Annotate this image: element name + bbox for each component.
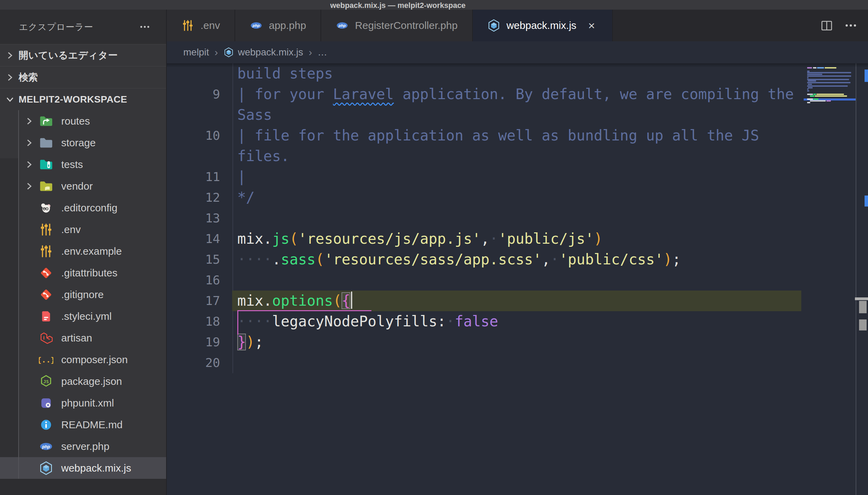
line-number: 16 [167, 270, 220, 291]
sidebar-section-collapsed[interactable]: 検索 [0, 66, 166, 88]
tree-item-label: .styleci.yml [61, 310, 112, 322]
tab-RegisterController.php[interactable]: phpRegisterController.php [321, 10, 473, 41]
sidebar-section-collapsed[interactable]: 開いているエディター [0, 44, 166, 66]
breadcrumb-item-webpack.mix.js[interactable]: webpack.mix.js [224, 47, 303, 58]
tree-item-package.json[interactable]: JSpackage.json [0, 370, 166, 392]
readme-icon [39, 418, 53, 432]
tree-item-artisan[interactable]: artisan [0, 327, 166, 349]
code-line-14[interactable]: 14mix.js('resources/js/app.js',·'public/… [167, 229, 804, 249]
sidebar-section-label: MELPIT2-WORKSPACE [19, 94, 127, 105]
code-line-16[interactable]: 16 [167, 270, 804, 291]
code-text: Sass [237, 105, 272, 125]
code-line-13[interactable]: 13 [167, 208, 804, 229]
code-line-17[interactable]: 17mix.options({ [167, 291, 804, 311]
minimap-code-line [807, 82, 850, 83]
tree-item-label: phpunit.xml [61, 397, 114, 409]
folder-storage-icon [39, 136, 53, 150]
explorer-sidebar: エクスプローラー 開いているエディター検索MELPIT2-WORKSPACE r… [0, 10, 167, 495]
tree-item-composer.json[interactable]: {..}composer.json [0, 349, 166, 370]
tree-item-webpack.mix.js[interactable]: webpack.mix.js [0, 457, 166, 479]
tab-webpack.mix.js[interactable]: webpack.mix.js× [473, 10, 613, 41]
overview-ruler[interactable] [856, 63, 868, 495]
tree-item-tests[interactable]: tests [0, 154, 166, 175]
tree-item-label: server.php [61, 441, 109, 452]
code-line-18[interactable]: 18····legacyNodePolyfills:·false [167, 311, 804, 332]
tree-item-label: .gitignore [61, 289, 104, 301]
ruler-mark-selection [859, 319, 867, 330]
code-line-11[interactable]: 11| [167, 167, 804, 187]
tree-item-.editorconfig[interactable]: .editorconfig [0, 197, 166, 219]
tree-item-phpunit.xml[interactable]: phpunit.xml [0, 392, 166, 414]
chevron-down-icon [5, 94, 15, 105]
explorer-title: エクスプローラー [19, 21, 137, 33]
code-text: ····legacyNodePolyfills:·false [237, 311, 498, 332]
tree-item-.env.example[interactable]: .env.example [0, 240, 166, 262]
code-line-wrap[interactable]: Sass [167, 105, 804, 125]
code-text: ····.sass('resources/sass/app.scss',·'pu… [237, 249, 681, 270]
tree-item-routes[interactable]: routes [0, 110, 166, 132]
composer-icon: {..} [39, 352, 53, 367]
line-number: 13 [167, 208, 220, 229]
tree-item-.gitignore[interactable]: .gitignore [0, 284, 166, 305]
window-titlebar: webpack.mix.js — melpit2-workspace [0, 0, 868, 10]
code-text: build steps [237, 63, 333, 84]
breadcrumb-item-…[interactable]: … [318, 47, 327, 58]
tree-item-.env[interactable]: .env [0, 219, 166, 240]
env-icon [39, 222, 53, 237]
tree-indent-guide [18, 110, 19, 479]
tab-.env[interactable]: .env [167, 10, 235, 41]
node-icon: JS [39, 374, 53, 389]
minimap-code-line [807, 72, 851, 73]
minimap[interactable] [804, 63, 856, 495]
line-number [167, 146, 220, 167]
folder-tests-icon [39, 157, 53, 172]
tree-item-.gitattributes[interactable]: .gitattributes [0, 262, 166, 284]
line-number: 20 [167, 352, 220, 373]
code-line-wrap[interactable]: files. [167, 146, 804, 167]
code-line-10[interactable]: 10| file for the application as well as … [167, 125, 804, 146]
minimap-code-line [807, 90, 809, 92]
minimap-code-line [807, 75, 851, 77]
code-line-12[interactable]: 12*/ [167, 187, 804, 208]
tree-item-server.php[interactable]: phpserver.php [0, 435, 166, 457]
line-number: 19 [167, 332, 220, 352]
code-line-9[interactable]: 9| for your Laravel application. By defa… [167, 84, 804, 105]
minimap-code-line [807, 85, 848, 87]
chevron-right-icon [24, 138, 34, 148]
tree-item-label: .gitattributes [61, 267, 117, 279]
sidebar-section-label: 検索 [19, 71, 38, 84]
breadcrumb-label: webpack.mix.js [238, 47, 303, 58]
tab-app.php[interactable]: phpapp.php [235, 10, 321, 41]
webpack-icon [224, 47, 234, 57]
split-editor-icon[interactable] [819, 18, 834, 33]
tree-item-label: routes [61, 115, 90, 127]
minimap-code-line [807, 102, 810, 103]
phpunit-icon [39, 396, 53, 410]
tree-item-label: .env.example [61, 245, 122, 257]
more-actions-icon[interactable] [843, 18, 858, 33]
svg-text:{..}: {..} [39, 356, 53, 364]
close-icon[interactable]: × [585, 20, 598, 31]
minimap-code-line [825, 67, 836, 69]
tree-item-label: artisan [61, 332, 92, 344]
explorer-more-actions-icon[interactable] [137, 19, 152, 34]
sidebar-section-expanded[interactable]: MELPIT2-WORKSPACE [0, 88, 166, 110]
tree-item-vendor[interactable]: vendor [0, 175, 166, 197]
code-line-wrap[interactable]: build steps [167, 63, 804, 84]
line-number: 9 [167, 84, 220, 105]
minimap-code-line [816, 94, 844, 95]
tree-item-README.md[interactable]: README.md [0, 414, 166, 435]
code-line-20[interactable]: 20 [167, 352, 804, 373]
minimap-code-line [810, 95, 814, 97]
code-editor[interactable]: build steps9| for your Laravel applicati… [167, 63, 804, 495]
code-line-19[interactable]: 19}); [167, 332, 804, 352]
yaml-icon [39, 309, 53, 324]
breadcrumb-item-melpit[interactable]: melpit [183, 47, 209, 58]
laravel-icon [39, 331, 53, 345]
minimap-code-line [813, 94, 816, 95]
tree-item-label: .env [61, 224, 81, 235]
tree-item-storage[interactable]: storage [0, 132, 166, 154]
tree-item-.styleci.yml[interactable]: .styleci.yml [0, 305, 166, 327]
code-line-15[interactable]: 15····.sass('resources/sass/app.scss',·'… [167, 249, 804, 270]
tree-item-label: tests [61, 159, 83, 170]
